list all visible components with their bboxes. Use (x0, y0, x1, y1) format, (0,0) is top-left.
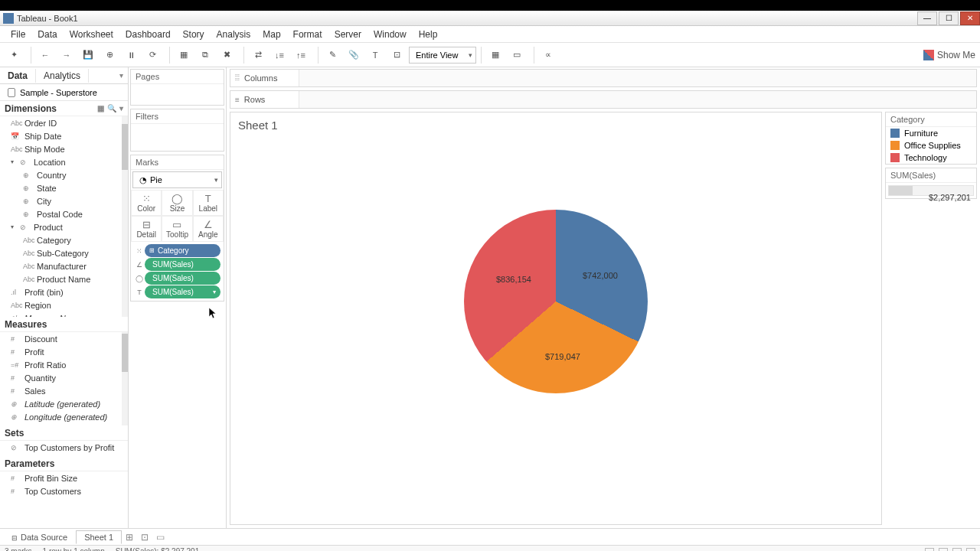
mark-tooltip-button[interactable]: ▭Tooltip (162, 216, 192, 242)
menu-file[interactable]: File (5, 28, 31, 41)
menu-story[interactable]: Story (177, 28, 211, 41)
field-ship-mode[interactable]: AbcShip Mode (0, 142, 128, 155)
menu-worksheet[interactable]: Worksheet (64, 28, 119, 41)
menu-data[interactable]: Data (31, 28, 63, 41)
maximize-button[interactable]: ☐ (939, 11, 959, 25)
label-button[interactable]: T (366, 46, 384, 64)
minimize-button[interactable]: — (917, 11, 937, 25)
datasource-row[interactable]: Sample - Superstore (0, 84, 128, 101)
status-nav-prev[interactable] (925, 548, 934, 552)
menu-window[interactable]: Window (368, 28, 413, 41)
save-button[interactable]: 💾 (79, 46, 97, 64)
angle-target-icon[interactable]: ∠ (134, 259, 145, 270)
swap-button[interactable]: ⇄ (249, 46, 267, 64)
filters-card[interactable]: Filters (130, 109, 224, 152)
status-filmstrip-icon[interactable] (966, 548, 975, 552)
new-dashboard-tab-button[interactable]: ⊡ (137, 530, 152, 545)
field-quantity[interactable]: #Quantity (0, 371, 128, 384)
field-profit-bin[interactable]: .ılProfit (bin) (0, 285, 128, 298)
tab-data[interactable]: Data (0, 69, 36, 83)
new-datasource-button[interactable]: ⊕ (100, 46, 119, 64)
tab-analytics[interactable]: Analytics (36, 69, 89, 83)
status-nav-next[interactable] (939, 548, 948, 552)
mark-detail-button[interactable]: ⊟Detail (131, 216, 162, 242)
field-postal-code[interactable]: ⊕Postal Code (0, 207, 128, 220)
tab-sheet-1[interactable]: Sheet 1 (76, 530, 122, 544)
size-target-icon[interactable]: ◯ (134, 273, 145, 284)
duplicate-button[interactable]: ⧉ (196, 46, 214, 64)
clear-button[interactable]: ✖ (217, 46, 236, 64)
rows-shelf[interactable]: ≡Rows (230, 90, 977, 109)
menu-format[interactable]: Format (287, 28, 328, 41)
mark-angle-button[interactable]: ∠Angle (193, 216, 224, 242)
pie-chart[interactable] (464, 210, 648, 393)
highlight-button[interactable]: ✎ (323, 46, 341, 64)
field-country[interactable]: ⊕Country (0, 168, 128, 181)
color-target-icon[interactable]: ⁙ (134, 246, 145, 256)
field-discount[interactable]: #Discount (0, 332, 128, 345)
menu-analysis[interactable]: Analysis (211, 28, 257, 41)
field-sales[interactable]: #Sales (0, 384, 128, 397)
undo-button[interactable]: ← (36, 46, 54, 64)
show-me-button[interactable]: Show Me (923, 50, 975, 60)
sort-desc-button[interactable]: ↑≡ (292, 46, 310, 64)
close-button[interactable]: ✕ (960, 11, 980, 25)
pages-card[interactable]: Pages (130, 69, 224, 106)
measures-scrollbar[interactable] (122, 334, 128, 372)
pill-sum-sales-label[interactable]: SUM(Sales) (145, 285, 220, 298)
sheet-title[interactable]: Sheet 1 (230, 112, 881, 138)
pill-category[interactable]: ⊞Category (145, 244, 220, 257)
redo-button[interactable]: → (57, 46, 76, 64)
category-legend[interactable]: Category Furniture Office Supplies Techn… (885, 112, 977, 165)
menu-icon[interactable]: ▾ (119, 104, 123, 112)
menu-server[interactable]: Server (328, 28, 368, 41)
field-order-id[interactable]: AbcOrder ID (0, 116, 128, 129)
field-profit[interactable]: #Profit (0, 345, 128, 358)
data-pane-menu-icon[interactable]: ▾ (119, 71, 128, 80)
folder-product[interactable]: ▾⊘Product (0, 220, 128, 233)
mark-type-dropdown[interactable]: ◔Pie (132, 171, 222, 188)
field-top-customers-profit[interactable]: ⊘Top Customers by Profit (0, 441, 128, 454)
mark-label-button[interactable]: TLabel (193, 190, 224, 216)
fit-icon[interactable]: ⊡ (387, 46, 406, 64)
view-as-icon[interactable]: ▦ (97, 104, 104, 112)
field-sub-category[interactable]: AbcSub-Category (0, 246, 128, 259)
fit-dropdown[interactable]: Entire View (409, 47, 476, 64)
columns-shelf[interactable]: ⦙⦙⦙Columns (230, 69, 977, 87)
legend-item-office-supplies[interactable]: Office Supplies (886, 139, 976, 152)
param-profit-bin-size[interactable]: #Profit Bin Size (0, 471, 128, 484)
field-ship-date[interactable]: 📅Ship Date (0, 129, 128, 142)
new-worksheet-button[interactable]: ▦ (175, 46, 193, 64)
mark-size-button[interactable]: ◯Size (162, 190, 192, 216)
menu-dashboard[interactable]: Dashboard (119, 28, 177, 41)
sum-sales-legend[interactable]: SUM(Sales) $2,297,201 (885, 168, 977, 199)
share-button[interactable]: ∝ (539, 46, 557, 64)
new-story-tab-button[interactable]: ▭ (152, 530, 168, 545)
mark-color-button[interactable]: ⁙Color (131, 190, 162, 216)
menu-map[interactable]: Map (256, 28, 286, 41)
tableau-icon[interactable]: ✦ (5, 46, 23, 64)
legend-item-technology[interactable]: Technology (886, 152, 976, 164)
pill-sum-sales-angle[interactable]: SUM(Sales) (145, 258, 220, 271)
show-hide-cards-button[interactable]: ▦ (486, 46, 505, 64)
field-manufacturer[interactable]: AbcManufacturer (0, 259, 128, 272)
field-latitude[interactable]: ⊕Latitude (generated) (0, 397, 128, 410)
field-product-name[interactable]: AbcProduct Name (0, 272, 128, 285)
tab-data-source[interactable]: ⊟Data Source (3, 530, 76, 544)
field-measure-names[interactable]: AbcMeasure Names (0, 311, 128, 317)
legend-item-furniture[interactable]: Furniture (886, 127, 976, 139)
pause-updates-button[interactable]: ⏸ (122, 46, 140, 64)
presentation-button[interactable]: ▭ (508, 46, 526, 64)
sort-asc-button[interactable]: ↓≡ (270, 46, 289, 64)
new-worksheet-tab-button[interactable]: ⊞ (122, 530, 137, 545)
search-icon[interactable]: 🔍 (107, 104, 116, 112)
field-longitude[interactable]: ⊕Longitude (generated) (0, 410, 128, 423)
param-top-customers[interactable]: #Top Customers (0, 484, 128, 497)
refresh-button[interactable]: ⟳ (143, 46, 162, 64)
field-region[interactable]: AbcRegion (0, 298, 128, 311)
menu-help[interactable]: Help (413, 28, 444, 41)
field-profit-ratio[interactable]: =#Profit Ratio (0, 358, 128, 371)
pill-sum-sales-size[interactable]: SUM(Sales) (145, 272, 220, 285)
label-target-icon[interactable]: T (134, 287, 145, 298)
dimensions-scrollbar[interactable] (122, 124, 128, 170)
